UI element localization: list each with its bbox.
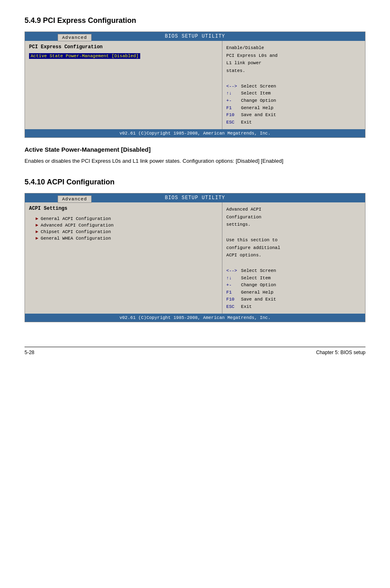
- arrow-icon-2: ►: [36, 223, 38, 228]
- key-f10-2: F10: [226, 296, 239, 303]
- menu-item-label-2: Advanced ACPI Configuration: [41, 223, 114, 228]
- key-esc: ESC: [226, 119, 239, 126]
- key-updown: ↑↓: [226, 90, 239, 97]
- bios-title-2: BIOS SETUP UTILITY: [165, 195, 225, 201]
- bios-keybinds-1: <--> Select Screen ↑↓ Select Item +- Cha…: [226, 83, 361, 126]
- keybind-line: +- Change Option: [226, 97, 361, 105]
- key-updown-2: ↑↓: [226, 275, 239, 282]
- chapter-label: Chapter 5: BIOS setup: [316, 350, 365, 355]
- page-footer: 5-28 Chapter 5: BIOS setup: [25, 347, 365, 355]
- bios-item-selected-1[interactable]: Active State Power-Management [Disabled]: [29, 53, 140, 59]
- section1-heading: 5.4.9 PCI Express Configuration: [25, 16, 365, 25]
- arrow-icon-4: ►: [36, 236, 38, 241]
- menu-item-label-1: General ACPI Configuration: [41, 216, 111, 221]
- bios-section-title-1: PCI Express Configuration: [29, 44, 218, 50]
- bios-footer-1: v02.61 (C)Copyright 1985-2008, American …: [25, 129, 365, 137]
- key-arrows: <-->: [226, 83, 239, 90]
- keybind-line: ESC Exit: [226, 119, 361, 126]
- action-change-option: Change Option: [241, 97, 276, 105]
- action-select-screen: Select Screen: [241, 83, 276, 90]
- action-general-help: General Help: [241, 105, 273, 112]
- action-save-exit-2: Save and Exit: [241, 296, 276, 303]
- section1-sub: Active State Power-Management [Disabled]…: [25, 146, 365, 166]
- menu-item-4[interactable]: ► General WHEA Configuration: [29, 235, 218, 242]
- bios-box-2: BIOS SETUP UTILITY Advanced ACPI Setting…: [25, 193, 365, 322]
- bios-help-text-2: Advanced ACPIConfigurationsettings.Use t…: [226, 206, 361, 259]
- bios-header-1: BIOS SETUP UTILITY Advanced: [25, 32, 365, 41]
- bios-left-1: PCI Express Configuration Active State P…: [25, 41, 222, 129]
- bios-box-1: BIOS SETUP UTILITY Advanced PCI Express …: [25, 31, 365, 138]
- arrow-icon-3: ►: [36, 229, 38, 234]
- keybind-line: ↑↓ Select Item: [226, 90, 361, 97]
- bios-keybinds-2: <--> Select Screen ↑↓ Select Item +- Cha…: [226, 267, 361, 311]
- keybind-line: <--> Select Screen: [226, 267, 361, 275]
- menu-item-label-3: Chipset ACPI Configuration: [41, 229, 111, 234]
- bios-body-1: PCI Express Configuration Active State P…: [25, 41, 365, 129]
- key-esc-2: ESC: [226, 303, 239, 311]
- bios-right-1: Enable/DisablePCI Express L0s andL1 link…: [222, 41, 365, 129]
- menu-item-label-4: General WHEA Configuration: [41, 236, 111, 241]
- bios-header-2: BIOS SETUP UTILITY Advanced: [25, 193, 365, 202]
- section1-sub-description: Enables or disables the PCI Express L0s …: [25, 157, 365, 166]
- bios-section-title-2: ACPI Settings: [29, 206, 218, 211]
- action-select-screen-2: Select Screen: [241, 267, 276, 275]
- section2: 5.4.10 ACPI Configuration BIOS SETUP UTI…: [25, 178, 365, 322]
- bios-body-2: ACPI Settings ► General ACPI Configurati…: [25, 202, 365, 314]
- bios-footer-2: v02.61 (C)Copyright 1985-2008, American …: [25, 314, 365, 322]
- bios-right-2: Advanced ACPIConfigurationsettings.Use t…: [222, 202, 365, 314]
- bios-left-2: ACPI Settings ► General ACPI Configurati…: [25, 202, 222, 314]
- bios-help-text-1: Enable/DisablePCI Express L0s andL1 link…: [226, 44, 361, 75]
- keybind-line: F1 General Help: [226, 289, 361, 296]
- action-change-option-2: Change Option: [241, 282, 276, 289]
- menu-item-1[interactable]: ► General ACPI Configuration: [29, 215, 218, 222]
- keybind-line: F1 General Help: [226, 105, 361, 112]
- action-select-item-2: Select Item: [241, 275, 271, 282]
- advanced-tab-1[interactable]: Advanced: [58, 34, 92, 41]
- keybind-line: <--> Select Screen: [226, 83, 361, 90]
- action-exit-2: Exit: [241, 303, 252, 311]
- keybind-line: F10 Save and Exit: [226, 296, 361, 303]
- menu-item-3[interactable]: ► Chipset ACPI Configuration: [29, 229, 218, 235]
- action-exit: Exit: [241, 119, 252, 126]
- arrow-icon-1: ►: [36, 216, 38, 221]
- section2-heading: 5.4.10 ACPI Configuration: [25, 178, 365, 186]
- advanced-tab-2[interactable]: Advanced: [58, 195, 92, 203]
- action-select-item: Select Item: [241, 90, 271, 97]
- bios-menu-list: ► General ACPI Configuration ► Advanced …: [29, 215, 218, 242]
- menu-item-2[interactable]: ► Advanced ACPI Configuration: [29, 222, 218, 229]
- keybind-line: ↑↓ Select Item: [226, 275, 361, 282]
- page-number: 5-28: [25, 350, 34, 355]
- section1: 5.4.9 PCI Express Configuration BIOS SET…: [25, 16, 365, 166]
- keybind-line: F10 Save and Exit: [226, 112, 361, 119]
- keybind-line: ESC Exit: [226, 303, 361, 311]
- key-f1-2: F1: [226, 289, 239, 296]
- action-general-help-2: General Help: [241, 289, 273, 296]
- key-f1: F1: [226, 105, 239, 112]
- key-f10: F10: [226, 112, 239, 119]
- key-arrows-2: <-->: [226, 267, 239, 275]
- key-plusminus: +-: [226, 97, 239, 105]
- keybind-line: +- Change Option: [226, 282, 361, 289]
- key-plusminus-2: +-: [226, 282, 239, 289]
- section1-sub-heading: Active State Power-Management [Disabled]: [25, 146, 365, 153]
- action-save-exit: Save and Exit: [241, 112, 276, 119]
- bios-title-1: BIOS SETUP UTILITY: [165, 34, 225, 39]
